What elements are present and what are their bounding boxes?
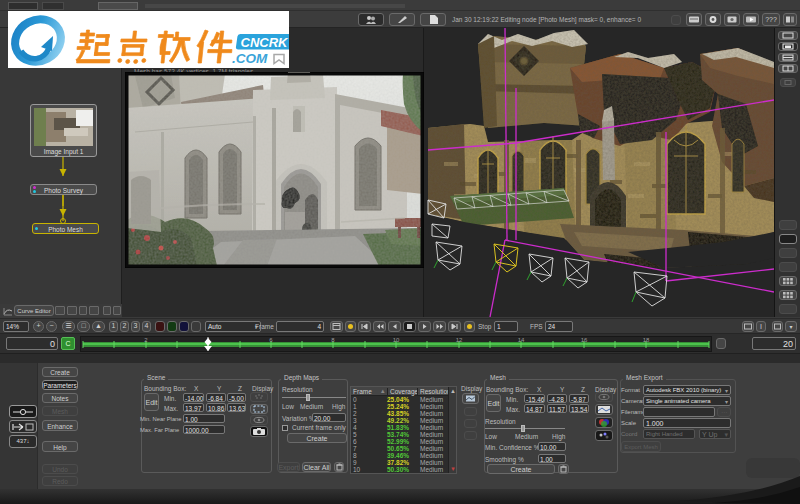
svg-text:10: 10: [393, 337, 400, 343]
svg-text:6: 6: [269, 337, 273, 343]
svg-text:2: 2: [144, 337, 148, 343]
svg-text:.COM: .COM: [232, 51, 268, 66]
svg-text:CNCRK: CNCRK: [241, 35, 289, 50]
svg-text:16: 16: [581, 337, 588, 343]
svg-text:14: 14: [518, 337, 525, 343]
svg-text:8: 8: [331, 337, 335, 343]
svg-text:18: 18: [643, 337, 650, 343]
svg-text:12: 12: [456, 337, 463, 343]
